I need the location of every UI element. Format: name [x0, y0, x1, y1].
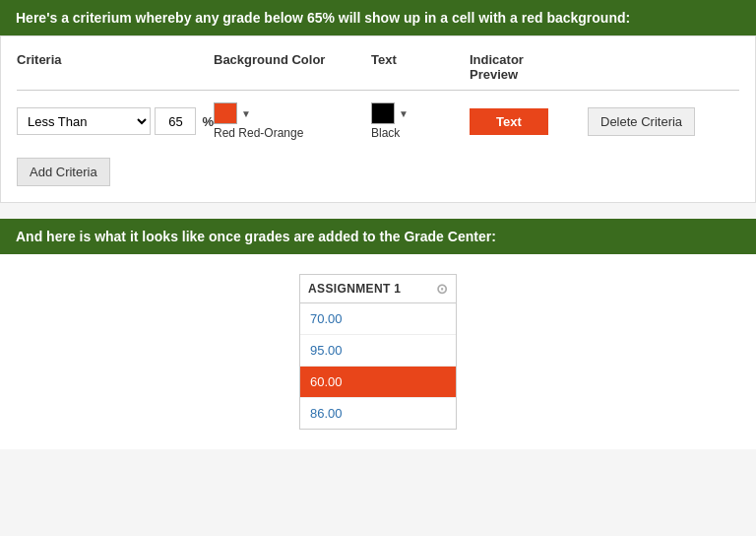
delete-criteria-button[interactable]: Delete Criteria	[588, 107, 695, 136]
grade-header-settings-icon[interactable]: ⊙	[436, 281, 448, 297]
criteria-header: Criteria Background Color Text Indicator…	[17, 52, 739, 91]
grade-cell-2: 95.00	[300, 335, 456, 367]
banner-2-text: And here is what it looks like once grad…	[16, 229, 496, 244]
criteria-pct-sign: %	[202, 114, 214, 129]
text-color-swatch[interactable]	[371, 102, 395, 124]
col-header-indicator: Indicator Preview	[470, 52, 588, 82]
criteria-row: Less Than Greater Than Equal To Between …	[17, 102, 739, 140]
criteria-select[interactable]: Less Than Greater Than Equal To Between	[17, 107, 151, 135]
grade-column-header: ASSIGNMENT 1	[308, 282, 401, 296]
bg-color-picker: ▼ Red Red-Orange	[214, 102, 371, 140]
banner-1-text: Here's a criterium whereby any grade bel…	[16, 10, 630, 26]
add-criteria-button[interactable]: Add Criteria	[17, 158, 110, 186]
grade-cell-3: 60.00	[300, 367, 456, 398]
text-color-picker: ▼ Black	[371, 102, 470, 140]
grade-table: ASSIGNMENT 1 ⊙ 70.00 95.00 60.00 86.00	[299, 274, 457, 430]
indicator-preview-block: Text	[470, 108, 588, 135]
col-header-text: Text	[371, 52, 470, 67]
criteria-value-input[interactable]	[155, 107, 196, 135]
bg-color-swatch[interactable]	[214, 102, 237, 124]
bg-color-swatch-row: ▼	[214, 102, 251, 124]
banner-2: And here is what it looks like once grad…	[0, 219, 756, 254]
col-header-bg: Background Color	[214, 52, 371, 67]
col-header-indicator-line2: Preview	[470, 67, 518, 82]
text-color-chevron-icon[interactable]: ▼	[399, 108, 409, 119]
text-color-label: Black	[371, 126, 400, 140]
grade-cell-4: 86.00	[300, 398, 456, 429]
delete-criteria-group: Delete Criteria	[588, 107, 739, 136]
criteria-section: Criteria Background Color Text Indicator…	[0, 35, 756, 203]
col-header-criteria: Criteria	[17, 52, 214, 67]
bg-color-chevron-icon[interactable]: ▼	[241, 108, 251, 119]
grade-center-section: ASSIGNMENT 1 ⊙ 70.00 95.00 60.00 86.00	[0, 254, 756, 449]
banner-1: Here's a criterium whereby any grade bel…	[0, 0, 756, 35]
text-color-swatch-row: ▼	[371, 102, 409, 124]
indicator-preview-button[interactable]: Text	[470, 108, 548, 135]
bg-color-label: Red Red-Orange	[214, 126, 303, 140]
grade-cell-1: 70.00	[300, 303, 456, 335]
col-header-indicator-line1: Indicator	[470, 52, 524, 67]
grade-table-header: ASSIGNMENT 1 ⊙	[300, 275, 456, 303]
criteria-input-group: Less Than Greater Than Equal To Between …	[17, 107, 214, 135]
